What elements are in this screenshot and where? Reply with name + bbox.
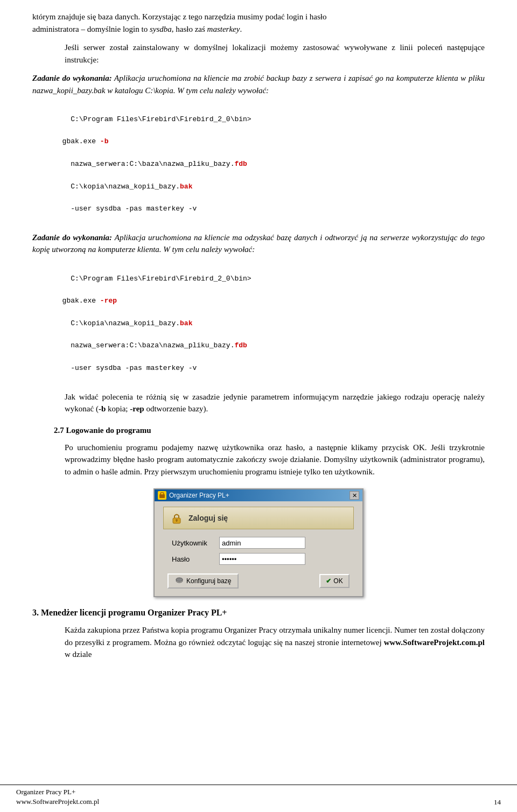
login-dialog: Organizer Pracy PL+ ✕ (153, 488, 364, 597)
code2-line4-bold: fdb (234, 341, 247, 349)
code2-line3: C:\kopia\nazwa_kopii_bazy. (54, 319, 180, 327)
code1-line2-bold: -b (100, 137, 109, 145)
section-27-heading: 2.7 Logowanie do programu (54, 426, 485, 435)
dialog-footer: Konfiguruj bazę ✔ OK (163, 573, 354, 589)
code-block-1: C:\Program Files\Firebird\Firebird_2_0\b… (54, 103, 485, 226)
code-block-2: C:\Program Files\Firebird\Firebird_2_0\b… (54, 262, 485, 386)
task1-label: Zadanie do wykonania: (32, 74, 112, 82)
para4-url: www.SoftwareProjekt.com.pl (384, 638, 485, 647)
dialog-container: Organizer Pracy PL+ ✕ (32, 488, 485, 597)
configure-db-label: Konfiguruj bazę (186, 577, 231, 585)
para3: Po uruchomieniu programu podajemy nazwę … (65, 442, 485, 478)
code2-line2-bold: -rep (100, 297, 117, 305)
code1-line4-bold: bak (180, 183, 192, 191)
code2-line1: C:\Program Files\Firebird\Firebird_2_0\b… (71, 275, 251, 283)
svg-rect-6 (176, 520, 177, 522)
password-label: Hasło (172, 555, 215, 563)
code1-line2-plain: gbak.exe (54, 137, 100, 145)
footer-left: Organizer Pracy PL+ www.SoftwareProjekt.… (16, 787, 99, 807)
para3-text: Po uruchomieniu programu podajemy nazwę … (65, 443, 485, 476)
db-icon (175, 577, 184, 585)
dialog-form: Użytkownik Hasło (172, 537, 354, 565)
username-label: Użytkownik (172, 539, 215, 547)
code2-line3-bold: bak (180, 319, 192, 327)
para1-text: Jeśli serwer został zainstalowany w domy… (65, 43, 485, 64)
dialog-title: Organizer Pracy PL+ (169, 492, 229, 499)
code1-line1: C:\Program Files\Firebird\Firebird_2_0\b… (71, 115, 251, 123)
app-icon (158, 491, 166, 500)
section-27-label: 2.7 Logowanie do programu (54, 426, 151, 435)
dialog-body: Zaloguj się Użytkownik Hasło (155, 501, 362, 596)
task1-paragraph: Zadanie do wykonania: Aplikacja uruchomi… (32, 72, 485, 96)
ok-check-icon: ✔ (326, 577, 331, 585)
username-input[interactable] (219, 537, 305, 549)
period-text: . (240, 25, 242, 33)
para4: Każda zakupiona przez Państwa kopia prog… (65, 624, 485, 661)
code1-line5: -user sysdba -pas masterkey -v (54, 205, 197, 213)
ok-label: OK (333, 577, 343, 585)
page-content: którym znajduje się baza danych. Korzyst… (32, 0, 485, 661)
dialog-close-button[interactable]: ✕ (350, 491, 359, 500)
dialog-header-bar: Zaloguj się (163, 507, 354, 529)
footer-line2: www.SoftwareProjekt.com.pl (16, 797, 99, 807)
code1-line4: C:\kopia\nazwa_kopii_bazy. (54, 183, 180, 191)
password-input[interactable] (219, 553, 305, 565)
chapter-3-heading: 3. Menedżer licencji programu Organizer … (32, 608, 485, 618)
top-line2-start: administratora – domyślnie login to (32, 25, 150, 33)
comma-text: , hasło zaś (172, 25, 207, 33)
rep-param: -rep (130, 404, 144, 413)
code2-line5: -user sysdba -pas masterkey -v (54, 364, 197, 372)
footer-line1: Organizer Pracy PL+ (16, 787, 99, 797)
sysdba-text: sysdba (150, 25, 172, 33)
code1-line3: nazwa_serwera:C:\baza\nazwa_pliku_bazy. (54, 160, 234, 168)
dialog-titlebar-left: Organizer Pracy PL+ (158, 491, 229, 500)
para1: Jeśli serwer został zainstalowany w domy… (65, 41, 485, 66)
footer-page-number: 14 (494, 798, 501, 807)
code2-line2-plain: gbak.exe (54, 297, 100, 305)
b-param: -b (99, 404, 106, 413)
login-icon (169, 510, 184, 526)
configure-db-button[interactable]: Konfiguruj bazę (167, 573, 239, 589)
code2-line4: nazwa_serwera:C:\baza\nazwa_pliku_bazy. (54, 341, 234, 349)
rep-desc: odtworzenie bazy). (144, 404, 208, 413)
code1-line3-bold: fdb (234, 160, 247, 168)
task2-label: Zadanie do wykonania: (32, 233, 112, 242)
chapter-3-label: 3. Menedżer licencji programu Organizer … (32, 608, 227, 617)
dialog-header-text: Zaloguj się (188, 514, 228, 522)
top-line1: którym znajduje się baza danych. Korzyst… (32, 12, 326, 21)
b-desc: kopia; (106, 404, 130, 413)
page-footer: Organizer Pracy PL+ www.SoftwareProjekt.… (0, 785, 517, 807)
task2-paragraph: Zadanie do wykonania: Aplikacja uruchomi… (32, 232, 485, 256)
dialog-titlebar: Organizer Pracy PL+ ✕ (155, 489, 362, 501)
top-paragraph: którym znajduje się baza danych. Korzyst… (32, 5, 485, 35)
para4-text2: w dziale (65, 650, 92, 659)
para2: Jak widać polecenia te różnią się w zasa… (65, 391, 485, 415)
ok-button[interactable]: ✔ OK (319, 574, 350, 588)
close-icon: ✕ (352, 492, 357, 499)
masterkey-text: masterkey (207, 25, 240, 33)
